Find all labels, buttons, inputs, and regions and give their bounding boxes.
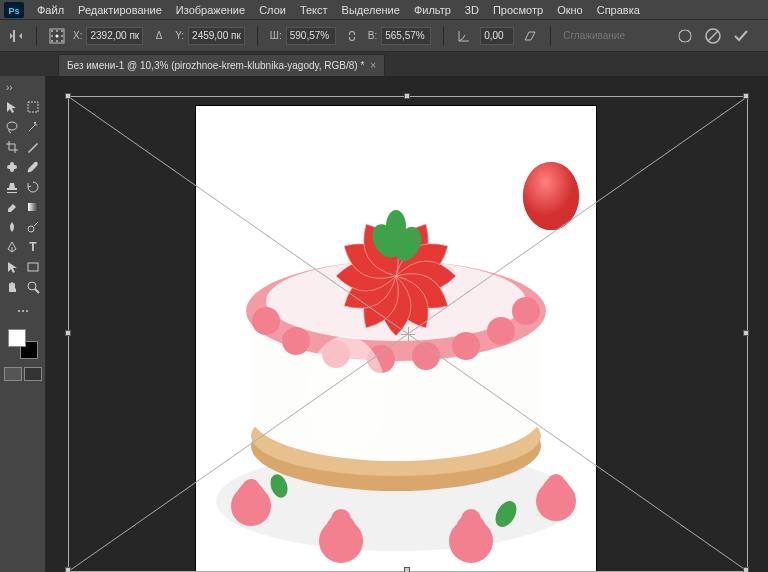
transform-handle-tm[interactable]	[404, 93, 410, 99]
brush-tool-icon[interactable]	[23, 157, 43, 177]
tab-close-icon[interactable]: ×	[370, 60, 376, 71]
svg-point-53	[242, 479, 260, 497]
lasso-tool-icon[interactable]	[2, 117, 22, 137]
menubar: Ps Файл Редактирование Изображение Слои …	[0, 0, 768, 20]
svg-point-20	[28, 226, 34, 232]
canvas-area[interactable]	[46, 76, 768, 572]
transform-handle-tr[interactable]	[743, 93, 749, 99]
toolbox: ›› T	[0, 76, 46, 572]
transform-handle-ml[interactable]	[65, 330, 71, 336]
fg-color-swatch[interactable]	[8, 329, 26, 347]
svg-point-16	[7, 122, 17, 130]
svg-point-26	[18, 310, 20, 312]
stamp-tool-icon[interactable]	[2, 177, 22, 197]
svg-point-47	[512, 297, 540, 325]
triangle-icon: Δ	[151, 28, 167, 44]
cancel-transform-icon[interactable]	[704, 27, 722, 45]
app-logo-icon: Ps	[4, 2, 24, 18]
svg-rect-19	[28, 203, 38, 211]
skew-h-icon[interactable]	[522, 28, 538, 44]
menu-select[interactable]: Выделение	[335, 2, 407, 18]
reference-point-icon[interactable]	[49, 28, 65, 44]
svg-rect-15	[28, 102, 38, 112]
menu-edit[interactable]: Редактирование	[71, 2, 169, 18]
dodge-tool-icon[interactable]	[23, 217, 43, 237]
document-tab[interactable]: Без имени-1 @ 10,3% (pirozhnoe-krem-klub…	[58, 54, 385, 76]
svg-rect-2	[13, 30, 15, 42]
marquee-tool-icon[interactable]	[23, 97, 43, 117]
transform-handle-br[interactable]	[743, 567, 749, 572]
menu-3d[interactable]: 3D	[458, 2, 486, 18]
history-brush-tool-icon[interactable]	[23, 177, 43, 197]
svg-point-59	[461, 509, 481, 529]
menu-text[interactable]: Текст	[293, 2, 335, 18]
w-field[interactable]: 590,57%	[286, 27, 336, 45]
pen-tool-icon[interactable]	[2, 237, 22, 257]
interpolation-label[interactable]: Сглаживание	[563, 30, 625, 41]
options-bar: X: 2392,00 пк Δ Y: 2459,00 пк Ш: 590,57%…	[0, 20, 768, 52]
y-field[interactable]: 2459,00 пк	[188, 27, 245, 45]
svg-line-21	[34, 222, 38, 226]
eraser-tool-icon[interactable]	[2, 197, 22, 217]
x-field[interactable]: 2392,00 пк	[86, 27, 143, 45]
link-icon[interactable]	[344, 28, 360, 44]
transform-handle-tl[interactable]	[65, 93, 71, 99]
svg-point-65	[306, 336, 386, 456]
svg-line-25	[35, 289, 39, 293]
svg-point-46	[487, 317, 515, 345]
angle-field[interactable]: 0,00	[480, 27, 514, 45]
document-tabs: Без имени-1 @ 10,3% (pirozhnoe-krem-klub…	[0, 52, 768, 76]
svg-rect-23	[28, 263, 38, 271]
menu-filter[interactable]: Фильтр	[407, 2, 458, 18]
transform-handle-mr[interactable]	[743, 330, 749, 336]
magic-wand-tool-icon[interactable]	[23, 117, 43, 137]
transform-mode-icon[interactable]	[8, 28, 24, 44]
shape-tool-icon[interactable]	[23, 257, 43, 277]
menu-image[interactable]: Изображение	[169, 2, 252, 18]
blur-tool-icon[interactable]	[2, 217, 22, 237]
svg-point-5	[56, 30, 58, 32]
svg-point-31	[523, 162, 579, 230]
gradient-tool-icon[interactable]	[23, 197, 43, 217]
toolbox-collapse-icon[interactable]: ››	[2, 82, 13, 93]
warp-mode-icon[interactable]	[676, 27, 694, 45]
svg-point-56	[331, 509, 351, 529]
menu-layers[interactable]: Слои	[252, 2, 293, 18]
h-field[interactable]: 565,57%	[381, 27, 431, 45]
svg-point-44	[412, 342, 440, 370]
menu-help[interactable]: Справка	[590, 2, 647, 18]
svg-point-8	[56, 34, 59, 37]
svg-point-6	[61, 30, 63, 32]
color-swatches[interactable]	[8, 329, 38, 359]
commit-transform-icon[interactable]	[732, 27, 750, 45]
svg-point-9	[61, 35, 63, 37]
hand-tool-icon[interactable]	[2, 277, 22, 297]
svg-point-50	[386, 210, 406, 242]
zoom-tool-icon[interactable]	[23, 277, 43, 297]
transform-handle-bl[interactable]	[65, 567, 71, 572]
svg-point-12	[61, 40, 63, 42]
menu-file[interactable]: Файл	[30, 2, 71, 18]
move-tool-icon[interactable]	[2, 97, 22, 117]
document-image	[196, 106, 596, 572]
y-label: Y:	[175, 30, 184, 41]
x-label: X:	[73, 30, 82, 41]
w-label: Ш:	[270, 30, 282, 41]
edit-toolbar-icon[interactable]	[13, 301, 33, 321]
eyedropper-tool-icon[interactable]	[23, 137, 43, 157]
type-tool-icon[interactable]: T	[23, 237, 43, 257]
svg-rect-18	[10, 162, 14, 172]
svg-point-4	[51, 30, 53, 32]
menu-window[interactable]: Окно	[550, 2, 590, 18]
svg-text:Ps: Ps	[8, 6, 19, 16]
menu-view[interactable]: Просмотр	[486, 2, 550, 18]
spot-heal-tool-icon[interactable]	[2, 157, 22, 177]
path-select-tool-icon[interactable]	[2, 257, 22, 277]
crop-tool-icon[interactable]	[2, 137, 22, 157]
svg-point-40	[252, 307, 280, 335]
svg-text:T: T	[29, 240, 37, 254]
svg-point-10	[51, 40, 53, 42]
h-label: В:	[368, 30, 377, 41]
quick-mask-toggle[interactable]	[4, 367, 42, 381]
document-canvas[interactable]	[196, 106, 596, 572]
